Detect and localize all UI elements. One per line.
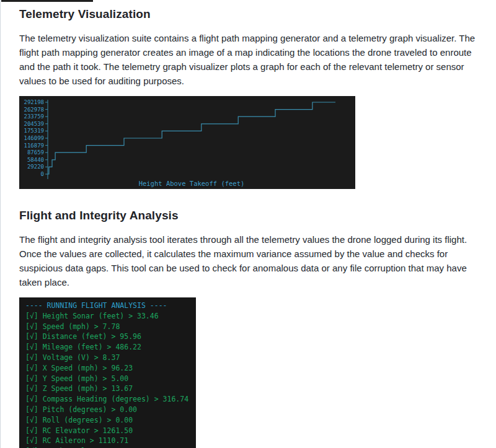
y-tick-label: 146099	[19, 135, 44, 141]
analysis-check-line: [√] Z Speed (mph) > 13.67	[25, 384, 196, 394]
y-tick-label: 58440	[19, 157, 44, 163]
documentation-page: Telemetry Visualization The telemetry vi…	[0, 0, 496, 448]
y-tick-label: 204539	[19, 121, 44, 127]
y-tick-label: 87659	[19, 149, 44, 156]
telemetry-graph-svg	[19, 96, 355, 189]
y-tick-label: 0	[19, 171, 44, 177]
analysis-check-line: [√] RC Elevator > 1261.50	[25, 426, 196, 436]
y-tick-label: 233759	[19, 113, 44, 120]
analysis-check-line: [√] X Speed (mph) > 96.23	[25, 363, 196, 374]
analysis-check-line: [√] Mileage (feet) > 486.22	[25, 342, 196, 353]
y-axis-tick-labels: 0292205844087659116879146099175319204539…	[19, 96, 45, 189]
analysis-check-line: [√] Distance (feet) > 95.96	[25, 332, 196, 342]
terminal-header-line: ---- RUNNING FLIGHT ANALYSIS ----	[25, 301, 196, 311]
y-tick-label: 29220	[19, 164, 44, 170]
analysis-check-line: [√] Roll (degrees) > 0.00	[25, 415, 196, 426]
y-tick-label: 116879	[19, 143, 44, 149]
y-tick-label: 262978	[19, 107, 44, 113]
analysis-check-line: [√] Compass Heading (degrees) > 316.74	[25, 394, 196, 405]
analysis-check-line: [√] Pitch (degrees) > 0.00	[25, 405, 196, 415]
analysis-check-line: [√] Voltage (V) > 8.37	[25, 353, 196, 363]
y-tick-label: 292198	[19, 99, 44, 105]
analysis-check-line: [√] Height Sonar (feet) > 33.46	[25, 311, 196, 322]
terminal-output: [√] Height Sonar (feet) > 33.46[√] Speed…	[25, 311, 196, 448]
height-step-line	[48, 102, 335, 174]
analysis-check-line: [√] Y Speed (mph) > 5.00	[25, 374, 196, 384]
y-tick-label: 175319	[19, 128, 44, 134]
section-heading-flight-integrity-analysis: Flight and Integrity Analysis	[19, 209, 478, 222]
analysis-check-line: [√] RC Aileron > 1110.71	[25, 436, 196, 446]
readme-content: Telemetry Visualization The telemetry vi…	[1, 0, 496, 448]
flight-analysis-paragraph: The flight and integrity analysis tool i…	[19, 232, 478, 289]
telemetry-graph-image[interactable]: 0292205844087659116879146099175319204539…	[19, 96, 355, 189]
flight-analysis-terminal-image[interactable]: ---- RUNNING FLIGHT ANALYSIS ---- [√] He…	[19, 297, 196, 448]
x-axis-label: Height Above Takeoff (feet)	[48, 180, 335, 187]
analysis-check-line: [√] Speed (mph) > 7.78	[25, 322, 196, 332]
section-heading-telemetry-visualization: Telemetry Visualization	[19, 7, 478, 21]
telemetry-visualization-paragraph: The telemetry visualization suite contai…	[19, 31, 478, 88]
